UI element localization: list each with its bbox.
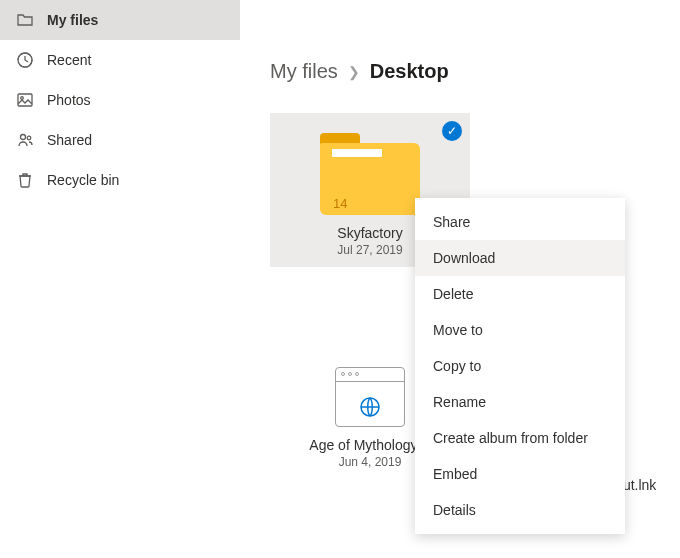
sidebar-item-label: Recent [47, 52, 91, 68]
sidebar-item-my-files[interactable]: My files [0, 0, 240, 40]
context-delete[interactable]: Delete [415, 276, 625, 312]
breadcrumb: My files ❯ Desktop [270, 60, 650, 83]
shared-icon [15, 130, 35, 150]
svg-point-2 [21, 97, 24, 100]
recycle-icon [15, 170, 35, 190]
recent-icon [15, 50, 35, 70]
selected-check-icon: ✓ [442, 121, 462, 141]
globe-icon [359, 396, 381, 421]
context-download[interactable]: Download [415, 240, 625, 276]
context-rename[interactable]: Rename [415, 384, 625, 420]
svg-point-4 [27, 136, 31, 140]
breadcrumb-root[interactable]: My files [270, 60, 338, 83]
context-create-album[interactable]: Create album from folder [415, 420, 625, 456]
folder-icon: 14 [315, 133, 425, 213]
context-embed[interactable]: Embed [415, 456, 625, 492]
breadcrumb-current: Desktop [370, 60, 449, 83]
sidebar-item-shared[interactable]: Shared [0, 120, 240, 160]
context-copy-to[interactable]: Copy to [415, 348, 625, 384]
svg-rect-1 [18, 94, 32, 106]
web-shortcut-icon [335, 367, 405, 427]
chevron-right-icon: ❯ [348, 64, 360, 80]
sidebar-item-recent[interactable]: Recent [0, 40, 240, 80]
sidebar-item-label: Recycle bin [47, 172, 119, 188]
sidebar-item-photos[interactable]: Photos [0, 80, 240, 120]
context-menu: Share Download Delete Move to Copy to Re… [415, 198, 625, 534]
context-details[interactable]: Details [415, 492, 625, 528]
folder-icon [15, 10, 35, 30]
svg-point-3 [21, 135, 26, 140]
photos-icon [15, 90, 35, 110]
sidebar-item-label: My files [47, 12, 98, 28]
context-share[interactable]: Share [415, 204, 625, 240]
sidebar-item-label: Photos [47, 92, 91, 108]
sidebar: My files Recent Photos Shared Recycle bi… [0, 0, 240, 558]
context-move-to[interactable]: Move to [415, 312, 625, 348]
folder-count: 14 [333, 196, 347, 211]
sidebar-item-recycle[interactable]: Recycle bin [0, 160, 240, 200]
sidebar-item-label: Shared [47, 132, 92, 148]
